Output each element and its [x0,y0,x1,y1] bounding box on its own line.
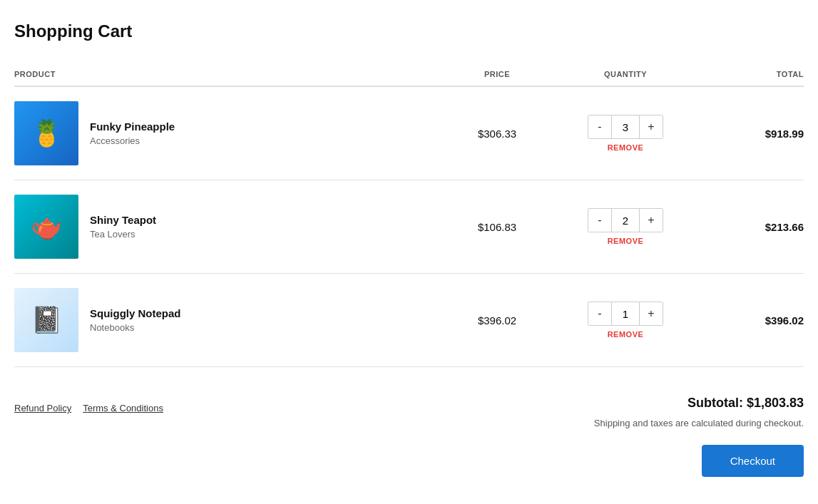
decrease-btn-shiny-teapot[interactable]: - [588,209,611,232]
price-shiny-teapot: $106.83 [440,221,554,233]
quantity-controls-funky-pineapple: - + [588,115,663,139]
header-product: PRODUCT [14,70,440,78]
footer-right: Subtotal: $1,803.83 Shipping and taxes a… [594,396,804,477]
product-image-shiny-teapot: 🫖 [14,195,78,259]
quantity-cell-squiggly-notepad: - + REMOVE [554,302,697,339]
total-shiny-teapot: $213.66 [697,221,804,233]
quantity-input-shiny-teapot[interactable] [611,209,640,232]
quantity-cell-funky-pineapple: - + REMOVE [554,115,697,152]
product-cell-squiggly-notepad: 📓 Squiggly Notepad Notebooks [14,288,440,352]
product-category-funky-pineapple: Accessories [90,135,175,146]
header-total: TOTAL [697,70,804,78]
subtotal-value: $1,803.83 [747,396,804,410]
shipping-note: Shipping and taxes are calculated during… [594,416,804,431]
remove-btn-funky-pineapple[interactable]: REMOVE [608,143,644,152]
decrease-btn-funky-pineapple[interactable]: - [588,115,611,138]
checkout-button[interactable]: Checkout [702,445,804,477]
footer-links: Refund Policy Terms & Conditions [14,396,163,413]
increase-btn-squiggly-notepad[interactable]: + [640,302,663,325]
cart-header: PRODUCT PRICE QUANTITY TOTAL [14,70,804,87]
remove-btn-squiggly-notepad[interactable]: REMOVE [608,330,644,339]
quantity-input-funky-pineapple[interactable] [611,115,640,138]
product-cell-funky-pineapple: 🍍 Funky Pineapple Accessories [14,101,440,165]
price-squiggly-notepad: $396.02 [440,314,554,326]
subtotal-label: Subtotal: [687,396,743,410]
cart-item-funky-pineapple: 🍍 Funky Pineapple Accessories $306.33 - … [14,87,804,180]
increase-btn-shiny-teapot[interactable]: + [640,209,663,232]
remove-btn-shiny-teapot[interactable]: REMOVE [608,237,644,245]
increase-btn-funky-pineapple[interactable]: + [640,115,663,138]
product-category-shiny-teapot: Tea Lovers [90,229,156,240]
subtotal: Subtotal: $1,803.83 [594,396,804,411]
total-squiggly-notepad: $396.02 [697,314,804,326]
total-funky-pineapple: $918.99 [697,128,804,140]
header-quantity: QUANTITY [554,70,697,78]
product-image-squiggly-notepad: 📓 [14,288,78,352]
terms-link[interactable]: Terms & Conditions [83,403,163,413]
page-title: Shopping Cart [14,21,804,41]
cart-items-container: 🍍 Funky Pineapple Accessories $306.33 - … [14,87,804,367]
product-info-funky-pineapple: Funky Pineapple Accessories [90,120,175,146]
product-info-squiggly-notepad: Squiggly Notepad Notebooks [90,307,181,333]
quantity-controls-shiny-teapot: - + [588,208,663,232]
quantity-controls-squiggly-notepad: - + [588,302,663,326]
cart-footer: Refund Policy Terms & Conditions Subtota… [14,389,804,477]
header-price: PRICE [440,70,554,78]
refund-policy-link[interactable]: Refund Policy [14,403,71,413]
product-image-funky-pineapple: 🍍 [14,101,78,165]
product-name-shiny-teapot: Shiny Teapot [90,214,156,226]
product-cell-shiny-teapot: 🫖 Shiny Teapot Tea Lovers [14,195,440,259]
product-info-shiny-teapot: Shiny Teapot Tea Lovers [90,214,156,240]
product-category-squiggly-notepad: Notebooks [90,322,181,333]
quantity-input-squiggly-notepad[interactable] [611,302,640,325]
quantity-cell-shiny-teapot: - + REMOVE [554,208,697,245]
cart-item-shiny-teapot: 🫖 Shiny Teapot Tea Lovers $106.83 - + RE… [14,180,804,274]
price-funky-pineapple: $306.33 [440,128,554,140]
cart-item-squiggly-notepad: 📓 Squiggly Notepad Notebooks $396.02 - +… [14,274,804,367]
product-name-squiggly-notepad: Squiggly Notepad [90,307,181,319]
product-name-funky-pineapple: Funky Pineapple [90,120,175,133]
decrease-btn-squiggly-notepad[interactable]: - [588,302,611,325]
